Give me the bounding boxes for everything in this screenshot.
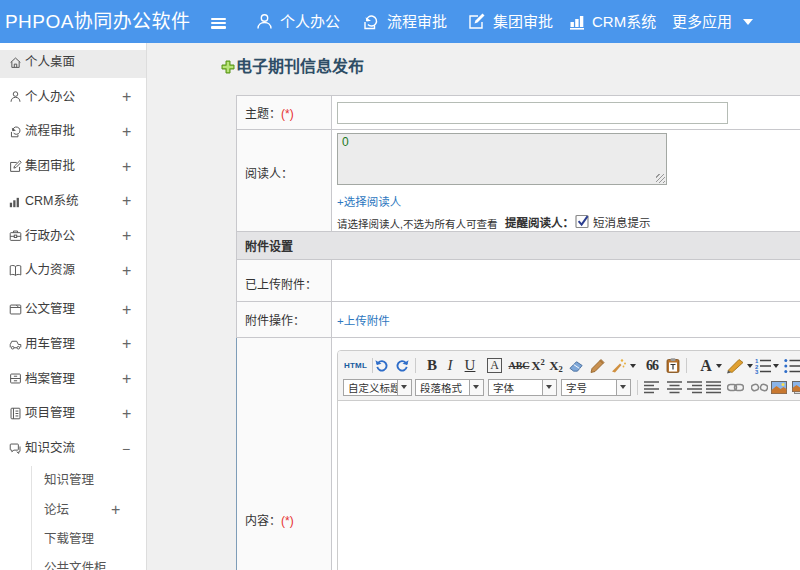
svg-text:3: 3: [755, 369, 759, 375]
